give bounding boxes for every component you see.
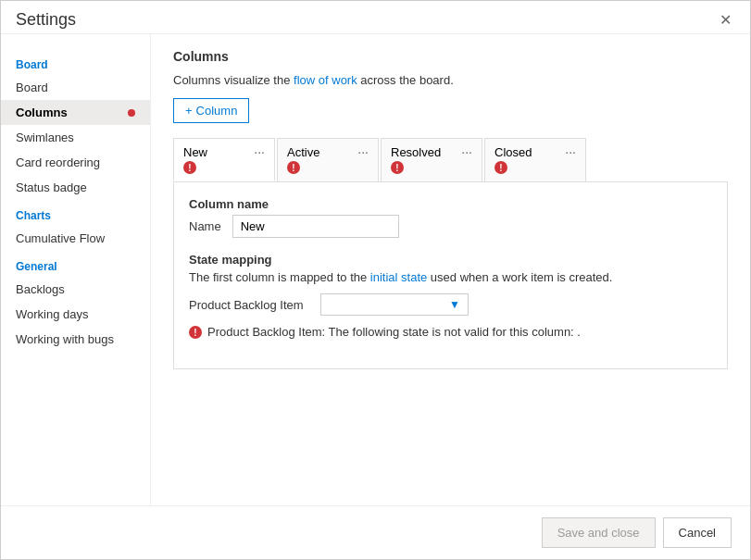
sidebar-error-dot (128, 109, 135, 117)
sidebar-group-board: Board Board Columns Swimlanes Card reord… (1, 49, 150, 200)
dialog-footer: Save and close Cancel (1, 505, 750, 559)
sidebar-item-cumulative-flow[interactable]: Cumulative Flow (1, 226, 150, 251)
dialog-title: Settings (16, 10, 76, 30)
sidebar-item-label: Board (16, 81, 48, 94)
column-name-group: Column name Name (189, 197, 712, 238)
sidebar-item-backlogs[interactable]: Backlogs (1, 277, 150, 302)
sidebar-item-label: Status badge (16, 180, 87, 194)
error-icon: ! (189, 326, 202, 339)
save-and-close-button[interactable]: Save and close (542, 517, 656, 548)
sidebar-item-label: Working days (16, 307, 89, 321)
initial-state-highlight: initial state (370, 270, 427, 284)
col-tab-dots-closed[interactable]: ··· (565, 144, 576, 159)
col-tab-error-active: ! (287, 161, 300, 174)
col-tab-dots-resolved[interactable]: ··· (461, 144, 472, 159)
sidebar-item-card-reordering[interactable]: Card reordering (1, 150, 150, 175)
columns-tabs: New ··· ! Active ··· ! (173, 138, 728, 182)
sidebar-item-label: Swimlanes (16, 131, 74, 144)
col-tab-dots-active[interactable]: ··· (357, 144, 369, 159)
col-tab-resolved[interactable]: Resolved ··· ! (381, 138, 482, 181)
state-mapping-group: State mapping The first column is mapped… (189, 253, 712, 339)
sidebar-item-label: Card reordering (16, 156, 100, 169)
sidebar-item-status-badge[interactable]: Status badge (1, 175, 150, 200)
col-tab-name: Closed (494, 145, 532, 159)
name-field-row: Name (189, 215, 712, 238)
sidebar-item-label: Working with bugs (16, 332, 114, 346)
sidebar-group-label-general: General (1, 251, 150, 277)
sidebar-group-general: General Backlogs Working days Working wi… (1, 251, 150, 352)
section-title: Columns (173, 49, 728, 64)
sidebar-item-label: Columns (16, 106, 68, 119)
main-content: Columns Columns visualize the flow of wo… (151, 34, 750, 505)
description-highlight: flow of work (294, 73, 357, 87)
product-backlog-dropdown[interactable]: ▼ (320, 293, 469, 316)
sidebar: Board Board Columns Swimlanes Card reord… (1, 34, 151, 505)
settings-dialog: Settings ✕ Board Board Columns Swimlanes (0, 0, 751, 560)
error-text: Product Backlog Item: The following stat… (207, 325, 581, 339)
add-column-label: Column (196, 104, 238, 118)
sidebar-group-label-charts: Charts (1, 200, 150, 226)
sidebar-item-label: Backlogs (16, 282, 65, 296)
column-name-title: Column name (189, 197, 712, 211)
col-tab-name: New (183, 145, 207, 159)
sidebar-group-charts: Charts Cumulative Flow (1, 200, 150, 251)
product-backlog-row: Product Backlog Item ▼ (189, 293, 712, 316)
col-tab-error-new: ! (183, 161, 196, 174)
dialog-body: Board Board Columns Swimlanes Card reord… (1, 34, 750, 505)
col-tab-name: Active (287, 145, 319, 159)
col-tab-active[interactable]: Active ··· ! (277, 138, 379, 181)
col-tab-error-closed: ! (494, 161, 507, 174)
dropdown-arrow-icon: ▼ (449, 298, 460, 311)
section-description: Columns visualize the flow of work acros… (173, 73, 728, 87)
state-mapping-desc: The first column is mapped to the initia… (189, 270, 712, 284)
col-tab-name: Resolved (391, 145, 441, 159)
sidebar-item-working-days[interactable]: Working days (1, 302, 150, 327)
plus-icon: + (185, 104, 193, 118)
sidebar-item-label: Cumulative Flow (16, 231, 105, 245)
name-label: Name (189, 219, 221, 233)
sidebar-item-swimlanes[interactable]: Swimlanes (1, 125, 150, 150)
product-backlog-label: Product Backlog Item (189, 298, 309, 312)
col-tab-new[interactable]: New ··· ! (173, 138, 275, 181)
sidebar-item-columns[interactable]: Columns (1, 100, 150, 125)
name-input[interactable] (232, 215, 399, 238)
close-button[interactable]: ✕ (716, 11, 735, 30)
error-message: ! Product Backlog Item: The following st… (189, 325, 712, 339)
add-column-button[interactable]: + Column (173, 98, 249, 123)
dialog-titlebar: Settings ✕ (1, 1, 750, 34)
sidebar-item-working-with-bugs[interactable]: Working with bugs (1, 327, 150, 352)
sidebar-item-board[interactable]: Board (1, 75, 150, 100)
sidebar-group-label-board: Board (1, 49, 150, 75)
col-tab-dots-new[interactable]: ··· (254, 144, 265, 159)
cancel-button[interactable]: Cancel (663, 517, 732, 548)
state-mapping-title: State mapping (189, 253, 712, 267)
column-detail-panel: Column name Name State mapping The first… (173, 182, 728, 369)
col-tab-closed[interactable]: Closed ··· ! (484, 138, 586, 181)
col-tab-error-resolved: ! (391, 161, 404, 174)
